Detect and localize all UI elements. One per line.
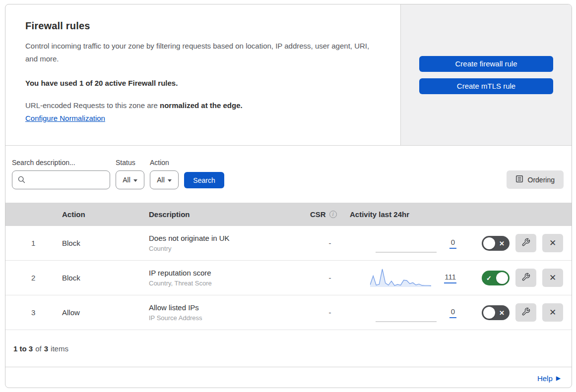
rule-title: Allow listed IPs	[149, 303, 310, 312]
wrench-icon	[521, 307, 530, 318]
rule-fields: Country	[149, 245, 310, 252]
x-icon: ✕	[499, 309, 505, 316]
toggle-knob	[483, 307, 495, 319]
rule-activity: 0	[350, 233, 456, 254]
rule-description: Allow listed IPs IP Source Address	[149, 303, 310, 322]
wrench-icon	[521, 238, 530, 248]
activity-count-link[interactable]: 111	[444, 273, 456, 283]
status-select-value: All	[123, 176, 130, 184]
table-header: Action Description CSR i Activity last 2…	[5, 203, 572, 226]
chevron-down-icon	[168, 179, 172, 182]
check-icon: ✓	[486, 274, 492, 281]
table-row: 1 Block Does not originate in UK Country…	[5, 226, 572, 261]
activity-count-link[interactable]: 0	[449, 307, 456, 318]
rule-csr: -	[310, 308, 350, 317]
search-group: Search description...	[12, 159, 110, 189]
rule-number: 3	[12, 308, 62, 317]
configure-normalization-link[interactable]: Configure Normalization	[25, 114, 105, 122]
column-description: Description	[149, 210, 310, 219]
rule-csr: -	[310, 239, 350, 247]
search-button[interactable]: Search	[184, 172, 224, 188]
delete-rule-button[interactable]: ✕	[542, 234, 563, 252]
rule-controls: ✓ ✕ ✕	[456, 234, 572, 252]
enable-toggle[interactable]: ✓ ✕	[482, 305, 510, 320]
rule-action: Block	[62, 239, 149, 247]
chevron-down-icon	[133, 179, 137, 182]
firewall-rules-card: Firewall rules Control incoming traffic …	[5, 4, 572, 388]
activity-sparkline	[376, 302, 437, 323]
rule-controls: ✓ ✕ ✕	[456, 269, 572, 287]
rule-action: Block	[62, 274, 149, 282]
wrench-icon	[521, 273, 530, 283]
search-input[interactable]	[12, 170, 110, 189]
table-row: 3 Allow Allow listed IPs IP Source Addre…	[5, 295, 572, 330]
help-link-label: Help	[537, 374, 553, 383]
rule-action: Allow	[62, 308, 149, 317]
activity-sparkline	[370, 268, 431, 288]
rule-csr: -	[310, 274, 350, 282]
x-icon: ✕	[499, 239, 505, 247]
ordering-button[interactable]: Ordering	[507, 170, 564, 189]
action-select-value: All	[157, 176, 165, 184]
create-firewall-rule-button[interactable]: Create firewall rule	[419, 56, 553, 72]
pagination-summary: 1 to 3 of 3 items	[5, 330, 572, 367]
column-activity: Activity last 24hr	[350, 210, 456, 219]
ordering-list-icon	[515, 175, 523, 184]
of-word: of	[35, 344, 42, 353]
rule-fields: Country, Threat Score	[149, 280, 310, 287]
status-label: Status	[116, 159, 144, 167]
header-text-block: Firewall rules Control incoming traffic …	[5, 4, 400, 145]
action-label: Action	[150, 159, 179, 167]
activity-count-link[interactable]: 0	[449, 238, 456, 249]
rule-number: 2	[12, 274, 62, 282]
delete-rule-button[interactable]: ✕	[542, 303, 563, 322]
close-icon: ✕	[549, 307, 556, 318]
enable-toggle[interactable]: ✓ ✕	[482, 236, 510, 251]
close-icon: ✕	[549, 273, 556, 283]
normalization-bold: normalized at the edge.	[160, 101, 243, 110]
delete-rule-button[interactable]: ✕	[542, 269, 563, 287]
items-range: 1 to 3	[13, 344, 33, 353]
arrow-right-icon: ▶	[556, 375, 561, 382]
search-label: Search description...	[12, 159, 110, 167]
normalization-prefix: URL-encoded Requests to this zone are	[25, 101, 158, 110]
page-description: Control incoming traffic to your zone by…	[25, 40, 381, 66]
items-total: 3	[44, 344, 48, 353]
status-select[interactable]: All	[116, 170, 144, 189]
column-csr: CSR i	[310, 210, 350, 219]
rule-title: Does not originate in UK	[149, 234, 310, 242]
close-icon: ✕	[549, 238, 556, 248]
edit-rule-button[interactable]	[515, 234, 536, 252]
filter-bar: Search description... Status All Action	[5, 146, 572, 203]
ordering-button-label: Ordering	[528, 176, 555, 184]
column-action: Action	[62, 210, 149, 219]
page-title: Firewall rules	[25, 20, 381, 32]
table-row: 2 Block IP reputation score Country, Thr…	[5, 261, 572, 295]
edit-rule-button[interactable]	[515, 303, 536, 322]
rule-fields: IP Source Address	[149, 314, 310, 322]
create-mtls-rule-button[interactable]: Create mTLS rule	[419, 78, 553, 94]
rule-activity: 111	[350, 268, 456, 288]
header-section: Firewall rules Control incoming traffic …	[5, 4, 572, 146]
activity-sparkline	[376, 233, 437, 254]
rule-controls: ✓ ✕ ✕	[456, 303, 572, 322]
action-select[interactable]: All	[150, 170, 179, 189]
help-bar: Help ▶	[5, 367, 572, 388]
rule-title: IP reputation score	[149, 269, 310, 277]
info-icon[interactable]: i	[329, 211, 337, 218]
create-buttons-panel: Create firewall rule Create mTLS rule	[400, 4, 572, 145]
status-filter-group: Status All	[116, 159, 144, 189]
rule-number: 1	[12, 239, 62, 247]
toggle-knob	[496, 272, 508, 284]
enable-toggle[interactable]: ✓ ✕	[482, 271, 510, 285]
normalization-note: URL-encoded Requests to this zone are no…	[25, 101, 381, 110]
action-filter-group: Action All	[150, 159, 179, 189]
usage-summary: You have used 1 of 20 active Firewall ru…	[25, 79, 381, 87]
items-word: items	[51, 344, 68, 353]
rule-description: Does not originate in UK Country	[149, 234, 310, 252]
rule-description: IP reputation score Country, Threat Scor…	[149, 269, 310, 287]
edit-rule-button[interactable]	[515, 269, 536, 287]
help-link[interactable]: Help ▶	[537, 374, 561, 383]
rule-activity: 0	[350, 302, 456, 323]
toggle-knob	[483, 237, 495, 249]
